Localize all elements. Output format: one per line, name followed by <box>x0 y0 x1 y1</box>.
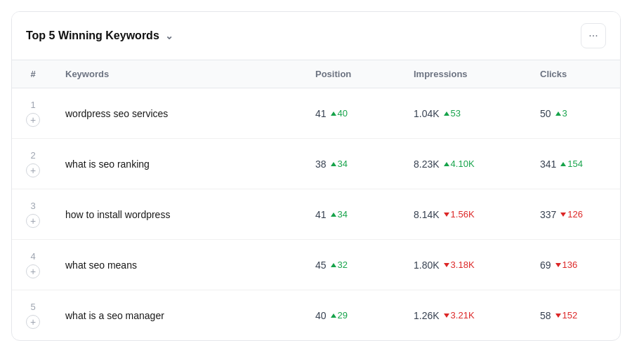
arrow-up-icon <box>444 112 449 116</box>
add-icon[interactable]: + <box>26 163 40 177</box>
clicks-value: 69 136 <box>540 259 609 271</box>
table-row: 3 + how to install wordpress 41 34 8.14K… <box>12 189 620 240</box>
keyword-name: what is a seo manager <box>65 310 164 321</box>
position-value: 40 29 <box>315 310 391 321</box>
impressions-main: 8.14K <box>414 209 440 220</box>
impressions-main: 1.80K <box>414 259 440 271</box>
rank-cell: 2 + <box>12 139 54 189</box>
impressions-delta: 1.56K <box>444 209 475 220</box>
col-clicks-header: Clicks <box>529 60 620 88</box>
impressions-cell: 1.26K 3.21K <box>402 290 529 341</box>
table-row: 2 + what is seo ranking 38 34 8.23K 4.10… <box>12 139 620 189</box>
position-main: 45 <box>315 259 327 271</box>
keyword-cell: wordpress seo services <box>54 88 304 139</box>
position-cell: 45 32 <box>304 240 402 290</box>
keywords-table: # Keywords Position Impressions Clicks 1… <box>12 60 620 340</box>
impressions-value: 8.14K 1.56K <box>414 209 518 220</box>
impressions-delta: 53 <box>444 108 461 119</box>
arrow-up-icon <box>331 213 336 217</box>
table-row: 5 + what is a seo manager 40 29 1.26K 3.… <box>12 290 620 341</box>
clicks-main: 341 <box>540 159 556 170</box>
keyword-name: how to install wordpress <box>65 209 170 220</box>
arrow-up-icon <box>331 314 336 318</box>
position-cell: 41 40 <box>304 88 402 139</box>
position-value: 41 34 <box>315 209 391 220</box>
arrow-down-icon <box>555 314 561 318</box>
arrow-down-icon <box>555 263 561 267</box>
impressions-delta: 3.21K <box>444 310 475 321</box>
add-icon[interactable]: + <box>26 214 40 228</box>
clicks-main: 50 <box>540 108 551 119</box>
keyword-name: what is seo ranking <box>65 159 150 170</box>
arrow-up-icon <box>555 112 561 116</box>
keyword-cell: what is seo ranking <box>54 139 304 189</box>
rank-number: 2 <box>23 150 43 161</box>
position-main: 41 <box>315 209 327 220</box>
clicks-delta: 3 <box>555 108 567 119</box>
clicks-delta: 136 <box>555 259 578 270</box>
impressions-delta: 3.18K <box>444 259 475 270</box>
rank-number: 5 <box>23 302 43 312</box>
arrow-down-icon <box>444 213 449 217</box>
col-impressions-header: Impressions <box>402 60 529 88</box>
more-options-button[interactable]: ··· <box>581 23 606 48</box>
arrow-up-icon <box>331 162 336 166</box>
impressions-value: 1.80K 3.18K <box>414 259 518 271</box>
add-icon[interactable]: + <box>26 315 40 329</box>
table-row: 1 + wordpress seo services 41 40 1.04K 5… <box>12 88 620 139</box>
rank-cell: 1 + <box>12 88 54 139</box>
clicks-cell: 341 154 <box>529 139 620 189</box>
clicks-delta: 152 <box>555 310 578 321</box>
position-main: 40 <box>315 310 327 321</box>
keyword-name: wordpress seo services <box>65 108 168 119</box>
impressions-cell: 1.80K 3.18K <box>402 240 529 290</box>
clicks-value: 341 154 <box>540 159 609 170</box>
top-keywords-widget: Top 5 Winning Keywords ⌄ ··· # Keywords … <box>11 11 621 341</box>
position-delta: 29 <box>331 310 348 321</box>
arrow-down-icon <box>560 213 566 217</box>
add-icon[interactable]: + <box>26 264 40 278</box>
clicks-main: 69 <box>540 259 551 271</box>
keyword-cell: what seo means <box>54 240 304 290</box>
rank-cell: 5 + <box>12 290 54 341</box>
table-header-row: # Keywords Position Impressions Clicks <box>12 60 620 88</box>
clicks-value: 337 126 <box>540 209 609 220</box>
widget-title: Top 5 Winning Keywords ⌄ <box>26 29 173 42</box>
arrow-up-icon <box>331 263 336 267</box>
clicks-cell: 337 126 <box>529 189 620 240</box>
clicks-main: 58 <box>540 310 551 321</box>
impressions-cell: 8.14K 1.56K <box>402 189 529 240</box>
widget-header: Top 5 Winning Keywords ⌄ ··· <box>12 12 620 60</box>
arrow-down-icon <box>444 263 449 267</box>
clicks-main: 337 <box>540 209 556 220</box>
keyword-cell: how to install wordpress <box>54 189 304 240</box>
arrow-down-icon <box>444 314 449 318</box>
impressions-main: 1.04K <box>414 108 440 119</box>
chevron-down-icon[interactable]: ⌄ <box>165 30 173 41</box>
impressions-value: 1.04K 53 <box>414 108 518 119</box>
arrow-up-icon <box>331 112 336 116</box>
clicks-cell: 69 136 <box>529 240 620 290</box>
keyword-name: what seo means <box>65 259 137 271</box>
position-main: 38 <box>315 159 327 170</box>
position-delta: 34 <box>331 159 348 169</box>
impressions-main: 1.26K <box>414 310 440 321</box>
col-keyword-header: Keywords <box>54 60 304 88</box>
add-icon[interactable]: + <box>26 113 40 127</box>
position-cell: 40 29 <box>304 290 402 341</box>
rank-number: 4 <box>23 251 43 262</box>
title-text: Top 5 Winning Keywords <box>26 29 159 42</box>
position-delta: 34 <box>331 209 348 220</box>
position-main: 41 <box>315 108 327 119</box>
col-position-header: Position <box>304 60 402 88</box>
position-value: 45 32 <box>315 259 391 271</box>
arrow-up-icon <box>560 162 566 166</box>
position-value: 38 34 <box>315 159 391 170</box>
impressions-value: 1.26K 3.21K <box>414 310 518 321</box>
clicks-value: 50 3 <box>540 108 609 119</box>
rank-cell: 3 + <box>12 189 54 240</box>
clicks-delta: 154 <box>560 159 583 169</box>
rank-cell: 4 + <box>12 240 54 290</box>
impressions-cell: 1.04K 53 <box>402 88 529 139</box>
table-row: 4 + what seo means 45 32 1.80K 3.18K 69 … <box>12 240 620 290</box>
